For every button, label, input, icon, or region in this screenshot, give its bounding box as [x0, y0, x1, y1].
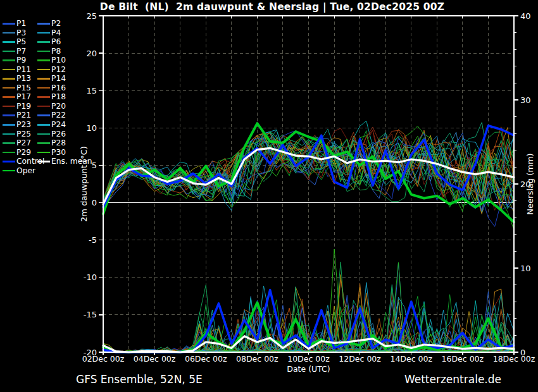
svg-text:-5: -5 — [89, 235, 97, 245]
svg-text:14Dec 00z: 14Dec 00z — [390, 354, 432, 364]
model-info-label: GFS Ensemble, 52N, 5E — [76, 373, 203, 386]
ensemble-plot: -20-15-10-5051015202501020304002Dec 00z0… — [0, 0, 538, 392]
svg-text:18Dec 00z: 18Dec 00z — [493, 354, 535, 364]
svg-text:30: 30 — [520, 95, 531, 105]
svg-text:12Dec 00z: 12Dec 00z — [339, 354, 381, 364]
svg-text:04Dec 00z: 04Dec 00z — [134, 354, 176, 364]
svg-text:40: 40 — [520, 11, 531, 21]
svg-text:Neerslag (mm): Neerslag (mm) — [525, 153, 535, 214]
svg-text:25: 25 — [86, 11, 97, 21]
svg-text:10Dec 00z: 10Dec 00z — [287, 354, 330, 364]
svg-text:06Dec 00z: 06Dec 00z — [185, 354, 227, 364]
svg-text:5: 5 — [92, 161, 97, 170]
svg-text:20: 20 — [86, 49, 97, 58]
svg-text:16Dec 00z: 16Dec 00z — [442, 354, 484, 364]
svg-text:10: 10 — [520, 264, 531, 273]
svg-text:15: 15 — [86, 86, 97, 95]
chart-canvas: De Bilt (NL) 2m dauwpunt & Neerslag | Tu… — [0, 0, 538, 392]
svg-text:2m dauwpunt (°C): 2m dauwpunt (°C) — [79, 146, 89, 222]
svg-text:Date (UTC): Date (UTC) — [287, 364, 330, 374]
svg-text:0: 0 — [92, 198, 97, 207]
svg-text:-10: -10 — [84, 273, 97, 282]
svg-text:-15: -15 — [84, 310, 97, 319]
svg-text:08Dec 00z: 08Dec 00z — [236, 354, 278, 364]
svg-text:10: 10 — [86, 123, 97, 133]
svg-text:02Dec 00z: 02Dec 00z — [82, 354, 125, 364]
x-tick-labels: 02Dec 00z04Dec 00z06Dec 00z08Dec 00z10De… — [82, 354, 535, 364]
site-credit-label: Wetterzentrale.de — [404, 373, 501, 386]
